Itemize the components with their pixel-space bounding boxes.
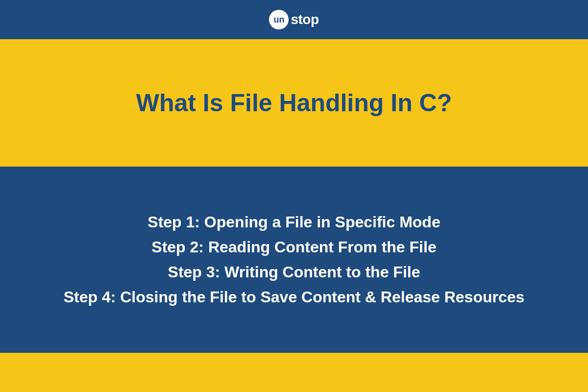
logo-circle-text: un [273,15,284,25]
logo: un stop [269,10,318,29]
step-4: Step 4: Closing the File to Save Content… [64,285,525,310]
content-section: Step 1: Opening a File in Specific Mode … [0,167,588,353]
footer-bar [0,353,588,392]
title-section: What Is File Handling In C? [0,39,588,167]
logo-text: stop [291,12,318,27]
logo-circle: un [269,10,289,29]
header-bar: un stop [0,0,588,39]
step-1: Step 1: Opening a File in Specific Mode [147,210,440,235]
page-title: What Is File Handling In C? [136,89,452,117]
step-2: Step 2: Reading Content From the File [151,235,436,260]
step-3: Step 3: Writing Content to the File [168,260,420,285]
